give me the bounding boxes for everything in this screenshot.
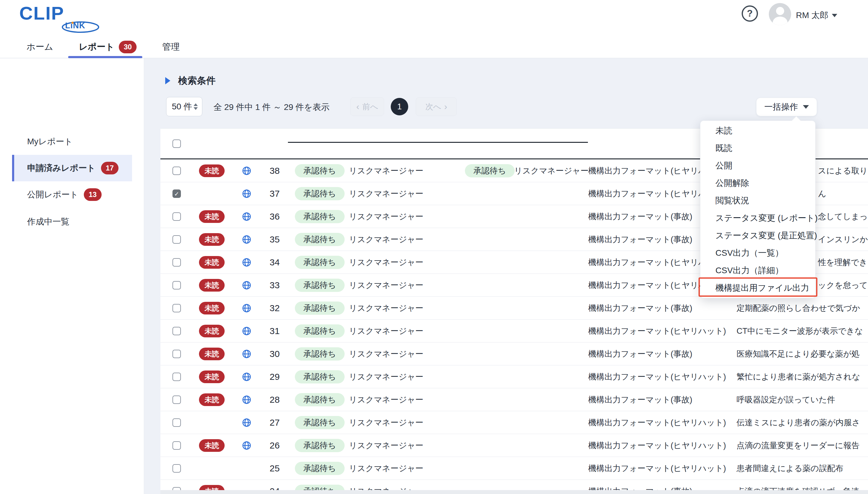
row-checkbox[interactable] <box>173 464 181 473</box>
public-globe-icon <box>242 303 251 313</box>
report-id: 28 <box>263 395 287 405</box>
report-status-owner: リスクマネージャー <box>349 280 423 291</box>
report-status-pill: 承認待ち <box>295 416 345 429</box>
unread-badge: 未読 <box>199 370 224 383</box>
sidebar-item-badge: 13 <box>84 188 102 201</box>
avatar[interactable] <box>769 3 791 25</box>
unread-badge: 未読 <box>199 325 224 337</box>
page-size-select[interactable]: 50 件 <box>166 97 202 116</box>
annotation-highlight-box <box>699 278 817 297</box>
sidebar-item-公開レポート[interactable]: 公開レポート13 <box>0 186 144 204</box>
menu-item-公開解除[interactable]: 公開解除 <box>700 174 815 192</box>
report-id: 38 <box>263 166 287 176</box>
row-checkbox[interactable] <box>173 373 181 381</box>
table-row[interactable]: 25承認待ちリスクマネージャー機構出力フォーマット(ヒヤリハット)患者間違えによ… <box>160 457 868 480</box>
logo-text-main: CLIP <box>19 2 64 24</box>
bulk-actions-button[interactable]: 一括操作 <box>756 98 817 116</box>
horizontal-scrollbar[interactable] <box>160 490 868 494</box>
report-status-owner: リスクマネージャー <box>349 394 423 405</box>
report-status-pill: 承認待ち <box>295 439 345 452</box>
row-checkbox[interactable] <box>173 350 181 358</box>
report-status-owner: リスクマネージャー <box>349 348 423 359</box>
menu-item-CSV出力（一覧）[interactable]: CSV出力（一覧） <box>700 244 815 262</box>
select-all-checkbox[interactable] <box>173 139 181 148</box>
row-checkbox[interactable] <box>173 441 181 450</box>
unread-badge: 未読 <box>199 348 224 360</box>
active-tab-underline <box>68 56 142 58</box>
table-row[interactable]: 未読 30承認待ちリスクマネージャー機構出力フォーマット(事故)医療知識不足によ… <box>160 342 868 365</box>
sidebar-item-申請済みレポート[interactable]: 申請済みレポート17 <box>12 155 132 181</box>
app-logo[interactable]: CLIP LiNK <box>19 2 110 39</box>
unread-badge: 未読 <box>199 439 224 452</box>
sidebar-item-label: Myレポート <box>27 136 73 147</box>
help-icon[interactable]: ? <box>742 5 758 22</box>
globe-icon <box>242 372 251 382</box>
report-status-pill: 承認待ち <box>295 347 345 361</box>
bulk-actions-menu: 未読既読公開公開解除閲覧状況ステータス変更 (レポート)ステータス変更 (是正処… <box>700 120 816 298</box>
report-id: 31 <box>263 326 287 336</box>
report-status-pill: 承認待ち <box>295 164 345 177</box>
globe-icon <box>242 281 251 290</box>
sidebar-item-作成中一覧[interactable]: 作成中一覧 <box>0 213 144 231</box>
row-checkbox[interactable] <box>173 396 181 404</box>
sidebar: Myレポート申請済みレポート17公開レポート13作成中一覧 <box>0 58 144 494</box>
menu-item-ステータス変更 (是正処置)[interactable]: ステータス変更 (是正処置) <box>700 227 815 244</box>
table-row[interactable]: 27承認待ちリスクマネージャー機構出力フォーマット(ヒヤリハット)伝達ミスにより… <box>160 411 868 434</box>
sidebar-item-badge: 17 <box>101 162 119 174</box>
remark-cell: 伝達ミスにより患者の薬が内服さ <box>737 417 860 428</box>
menu-item-CSV出力（詳細）[interactable]: CSV出力（詳細） <box>700 262 815 279</box>
unread-badge: 未読 <box>199 256 224 269</box>
row-checkbox[interactable] <box>173 327 181 335</box>
globe-icon <box>242 212 251 222</box>
table-row[interactable]: 未読 29承認待ちリスクマネージャー機構出力フォーマット(ヒヤリハット)繁忙によ… <box>160 365 868 388</box>
report-status-pill: 承認待ち <box>295 256 345 269</box>
format-cell: 機構出力フォーマット(事故) <box>588 394 692 405</box>
menu-item-公開[interactable]: 公開 <box>700 157 815 174</box>
menu-item-未読[interactable]: 未読 <box>700 122 815 139</box>
format-cell: 機構出力フォーマット(ヒヤリハット) <box>588 463 726 474</box>
current-page-indicator[interactable]: 1 <box>391 98 408 115</box>
report-status-pill: 承認待ち <box>295 370 345 383</box>
table-row[interactable]: 未読 26承認待ちリスクマネージャー機構出力フォーマット(ヒヤリハット)点滴の流… <box>160 434 868 457</box>
table-row[interactable]: 未読 28承認待ちリスクマネージャー機構出力フォーマット(事故)呼吸器設定が誤っ… <box>160 388 868 411</box>
row-checkbox[interactable] <box>173 167 181 175</box>
search-conditions-header[interactable]: 検索条件 <box>165 74 216 87</box>
row-checkbox[interactable] <box>173 304 181 312</box>
prev-page-button[interactable]: ‹ 前へ <box>350 97 384 116</box>
table-row[interactable]: 未読 32承認待ちリスクマネージャー機構出力フォーマット(事故)定期配薬の照らし… <box>160 297 868 320</box>
row-checkbox[interactable] <box>173 235 181 244</box>
report-id: 33 <box>263 280 287 290</box>
next-page-button[interactable]: 次へ › <box>416 97 457 116</box>
app-root: CLIP LiNK ? RM 太郎 ホームレポート30管理 Myレポート申請済み… <box>0 0 868 494</box>
table-row[interactable]: 未読 31承認待ちリスクマネージャー機構出力フォーマット(ヒヤリハット)CT中に… <box>160 320 868 342</box>
sidebar-item-label: 申請済みレポート <box>27 163 95 174</box>
row-checkbox[interactable]: ✓ <box>173 189 181 198</box>
row-checkbox[interactable] <box>173 258 181 267</box>
row-checkbox[interactable] <box>173 418 181 427</box>
report-status-pill: 承認待ち <box>295 462 345 475</box>
menu-item-閲覧状況[interactable]: 閲覧状況 <box>700 192 815 209</box>
menu-item-ステータス変更 (レポート)[interactable]: ステータス変更 (レポート) <box>700 209 815 227</box>
globe-icon <box>242 395 251 404</box>
report-status-owner: リスクマネージャー <box>349 188 423 199</box>
menu-item-既読[interactable]: 既読 <box>700 139 815 157</box>
report-id: 32 <box>263 303 287 313</box>
tab-レポート[interactable]: レポート30 <box>79 41 137 53</box>
tab-管理[interactable]: 管理 <box>162 41 180 53</box>
tab-ホーム[interactable]: ホーム <box>26 41 53 53</box>
report-status-pill: 承認待ち <box>295 233 345 246</box>
public-globe-icon <box>242 372 251 382</box>
user-name: RM 太郎 <box>796 10 828 21</box>
avatar-body-shape <box>773 17 788 25</box>
row-checkbox[interactable] <box>173 281 181 289</box>
tab-label: ホーム <box>26 41 53 53</box>
row-checkbox[interactable] <box>173 212 181 221</box>
tab-label: 管理 <box>162 41 180 53</box>
user-menu[interactable]: RM 太郎 <box>796 10 837 21</box>
public-globe-icon <box>242 258 251 267</box>
sidebar-item-Myレポート[interactable]: Myレポート <box>0 133 144 151</box>
report-status-owner: リスクマネージャー <box>349 257 423 268</box>
globe-icon <box>242 235 251 244</box>
globe-icon <box>242 349 251 359</box>
report-id: 36 <box>263 211 287 222</box>
